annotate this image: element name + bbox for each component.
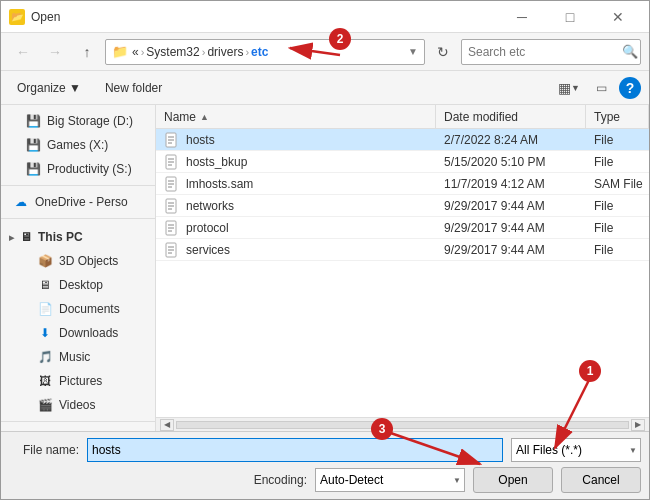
search-icon[interactable]: 🔍 — [622, 44, 638, 59]
sidebar-label-3dobjects: 3D Objects — [59, 254, 118, 268]
table-row[interactable]: protocol 9/29/2017 9:44 AM File — [156, 217, 649, 239]
sidebar-label-pictures: Pictures — [59, 374, 102, 388]
desktop-icon: 🖥 — [37, 277, 53, 293]
view-button[interactable]: ▦ ▼ — [555, 75, 583, 101]
table-row[interactable]: services 9/29/2017 9:44 AM File — [156, 239, 649, 261]
pane-button[interactable]: ▭ — [587, 75, 615, 101]
address-dropdown-arrow[interactable]: ▼ — [408, 46, 418, 57]
back-button[interactable]: ← — [9, 38, 37, 66]
cancel-button[interactable]: Cancel — [561, 467, 641, 493]
sidebar-item-desktop[interactable]: 🖥 Desktop — [1, 273, 155, 297]
music-icon: 🎵 — [37, 349, 53, 365]
encoding-select[interactable]: Auto-Detect — [315, 468, 465, 492]
sidebar-item-games[interactable]: 💾 Games (X:) — [1, 133, 155, 157]
thispc-label: This PC — [38, 230, 83, 244]
file-date-cell: 5/15/2020 5:10 PM — [436, 151, 586, 172]
sidebar-item-productivity[interactable]: 💾 Productivity (S:) — [1, 157, 155, 181]
3dobjects-icon: 📦 — [37, 253, 53, 269]
scroll-left-button[interactable]: ◀ — [160, 419, 174, 431]
view-icon: ▦ — [558, 80, 571, 96]
file-name-cell: protocol — [156, 217, 436, 238]
column-name-header[interactable]: Name ▲ — [156, 105, 436, 128]
file-list: hosts 2/7/2022 8:24 AM File hosts_bkup — [156, 129, 649, 417]
help-button[interactable]: ? — [619, 77, 641, 99]
encoding-label: Encoding: — [254, 473, 307, 487]
sidebar-label-music: Music — [59, 350, 90, 364]
file-type-cell: File — [586, 129, 649, 150]
help-icon: ? — [626, 80, 635, 96]
breadcrumb-current: etc — [251, 45, 268, 59]
sidebar-item-onedrive[interactable]: ☁ OneDrive - Perso — [1, 190, 155, 214]
videos-icon: 🎬 — [37, 397, 53, 413]
title-bar: 📂 Open ─ □ ✕ — [1, 1, 649, 33]
minimize-button[interactable]: ─ — [499, 4, 545, 30]
sidebar-item-music[interactable]: 🎵 Music — [1, 345, 155, 369]
main-content: 💾 Big Storage (D:) 💾 Games (X:) 💾 Produc… — [1, 105, 649, 431]
close-button[interactable]: ✕ — [595, 4, 641, 30]
refresh-button[interactable]: ↻ — [429, 39, 457, 65]
file-name-cell: lmhosts.sam — [156, 173, 436, 194]
maximize-button[interactable]: □ — [547, 4, 593, 30]
documents-icon: 📄 — [37, 301, 53, 317]
breadcrumb-prefix: « — [132, 45, 139, 59]
sidebar-label-videos: Videos — [59, 398, 95, 412]
column-date-header[interactable]: Date modified — [436, 105, 586, 128]
filename-input[interactable] — [87, 438, 503, 462]
file-icon — [164, 132, 180, 148]
breadcrumb: « › System32 › drivers › etc — [132, 45, 268, 59]
open-button[interactable]: Open — [473, 467, 553, 493]
sidebar-item-3dobjects[interactable]: 📦 3D Objects — [1, 249, 155, 273]
scroll-right-button[interactable]: ▶ — [631, 419, 645, 431]
toolbar: Organize ▼ New folder ▦ ▼ ▭ ? — [1, 71, 649, 105]
sidebar-label-games: Games (X:) — [47, 138, 108, 152]
sidebar-label-onedrive: OneDrive - Perso — [35, 195, 128, 209]
encoding-select-wrapper: Auto-Detect — [315, 468, 465, 492]
file-date-cell: 9/29/2017 9:44 AM — [436, 217, 586, 238]
file-type-cell: File — [586, 195, 649, 216]
view-dropdown-icon: ▼ — [571, 83, 580, 93]
sidebar-thispc-header[interactable]: ▸ 🖥 This PC — [1, 223, 155, 249]
file-date-cell: 2/7/2022 8:24 AM — [436, 129, 586, 150]
organize-button[interactable]: Organize ▼ — [9, 77, 89, 99]
filetype-select[interactable]: All Files (*.*) — [511, 438, 641, 462]
file-type-cell: File — [586, 239, 649, 260]
sidebar-label-documents: Documents — [59, 302, 120, 316]
search-box[interactable]: 🔍 — [461, 39, 641, 65]
file-icon — [164, 242, 180, 258]
address-folder-icon: 📁 — [112, 44, 128, 59]
sidebar-item-big-storage[interactable]: 💾 Big Storage (D:) — [1, 109, 155, 133]
sidebar-label-downloads: Downloads — [59, 326, 118, 340]
filename-label: File name: — [9, 443, 79, 457]
column-type-header[interactable]: Type — [586, 105, 649, 128]
forward-button[interactable]: → — [41, 38, 69, 66]
sidebar-item-documents[interactable]: 📄 Documents — [1, 297, 155, 321]
pane-icon: ▭ — [596, 81, 607, 95]
pictures-icon: 🖼 — [37, 373, 53, 389]
sidebar-item-downloads[interactable]: ⬇ Downloads — [1, 321, 155, 345]
file-name-cell: hosts — [156, 129, 436, 150]
address-bar[interactable]: 📁 « › System32 › drivers › etc ▼ — [105, 39, 425, 65]
file-type-cell: SAM File — [586, 173, 649, 194]
onedrive-icon: ☁ — [13, 194, 29, 210]
table-row[interactable]: networks 9/29/2017 9:44 AM File — [156, 195, 649, 217]
sidebar-item-pictures[interactable]: 🖼 Pictures — [1, 369, 155, 393]
file-name-cell: hosts_bkup — [156, 151, 436, 172]
window-title: Open — [31, 10, 60, 24]
sort-arrow-icon: ▲ — [200, 112, 209, 122]
collapse-arrow-icon: ▸ — [9, 232, 14, 243]
drive-icon: 💾 — [25, 161, 41, 177]
window-icon: 📂 — [9, 9, 25, 25]
horizontal-scrollbar[interactable]: ◀ ▶ — [156, 417, 649, 431]
up-button[interactable]: ↑ — [73, 38, 101, 66]
sidebar-item-videos[interactable]: 🎬 Videos — [1, 393, 155, 417]
table-row[interactable]: lmhosts.sam 11/7/2019 4:12 AM SAM File — [156, 173, 649, 195]
table-row[interactable]: hosts_bkup 5/15/2020 5:10 PM File — [156, 151, 649, 173]
table-row[interactable]: hosts 2/7/2022 8:24 AM File — [156, 129, 649, 151]
sidebar-label-desktop: Desktop — [59, 278, 103, 292]
new-folder-button[interactable]: New folder — [97, 77, 170, 99]
encoding-row: Encoding: Auto-Detect Open Cancel — [9, 467, 641, 493]
search-input[interactable] — [468, 45, 618, 59]
file-type-cell: File — [586, 151, 649, 172]
sidebar-label-big-storage: Big Storage (D:) — [47, 114, 133, 128]
scroll-track[interactable] — [176, 421, 629, 429]
